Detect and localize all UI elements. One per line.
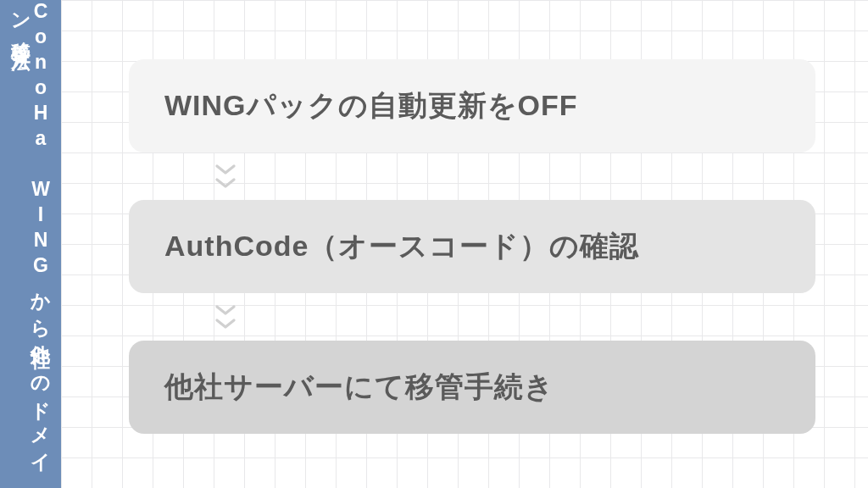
arrow-connector-1 (129, 152, 815, 200)
chevron-down-icon (214, 318, 237, 330)
step-label: WINGパックの自動更新をOFF (164, 86, 578, 125)
arrow-connector-2 (129, 293, 815, 341)
step-label: 他社サーバーにて移管手続き (164, 368, 554, 407)
chevron-down-icon (214, 177, 237, 189)
step-label: AuthCode（オースコード）の確認 (164, 227, 639, 266)
step-card-1: WINGパックの自動更新をOFF (129, 59, 815, 152)
content-area: WINGパックの自動更新をOFF AuthCode（オースコード）の確認 他社サ… (61, 0, 868, 488)
chevron-down-icon (214, 164, 237, 175)
chevron-down-icon (214, 304, 237, 316)
sidebar: ConoHa WINGから他社へのドメイン移管方法 (0, 0, 61, 488)
sidebar-title: ConoHa WINGから他社へのドメイン移管方法 (11, 0, 50, 488)
step-card-2: AuthCode（オースコード）の確認 (129, 200, 815, 293)
step-card-3: 他社サーバーにて移管手続き (129, 341, 815, 434)
